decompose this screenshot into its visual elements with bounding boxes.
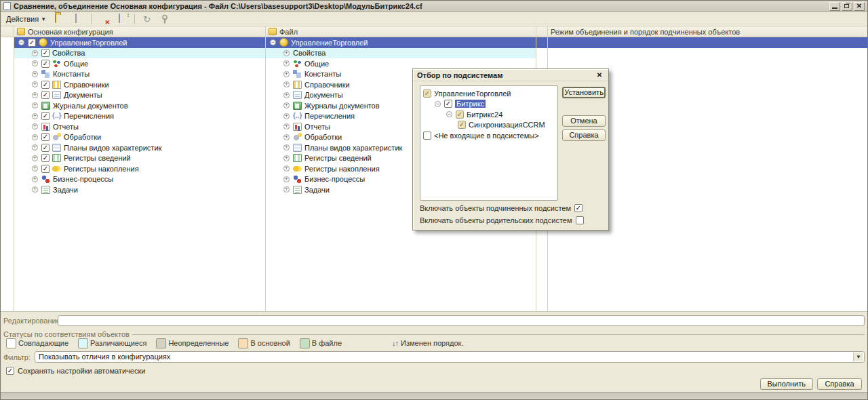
restore-button[interactable]: [842, 2, 852, 11]
match-settings-button[interactable]: ↕: [114, 13, 131, 25]
expand-toggle-icon[interactable]: +: [283, 176, 290, 182]
merge-mode-cell[interactable]: [548, 48, 868, 59]
expand-toggle-icon[interactable]: +: [32, 113, 38, 119]
cancel-button[interactable]: Отмена: [562, 115, 606, 127]
tree-row[interactable]: +✓Регистры накопления: [14, 163, 265, 174]
editing-input[interactable]: [58, 315, 865, 326]
row-checkbox[interactable]: ✓: [28, 39, 36, 47]
expand-toggle-icon[interactable]: +: [32, 144, 38, 151]
subsystem-checkbox[interactable]: ✓: [458, 121, 466, 129]
tree-row[interactable]: +✓{..}Перечисления: [14, 111, 265, 122]
subsystem-tree-row[interactable]: −✓Битрикс: [422, 99, 556, 110]
expand-toggle-icon[interactable]: +: [283, 92, 290, 98]
tree-row[interactable]: +Журналы документов: [14, 100, 265, 111]
expand-toggle-icon[interactable]: +: [32, 165, 38, 172]
filter-combobox[interactable]: Показывать отличия в конфигурациях ▼: [35, 351, 865, 363]
row-checkbox[interactable]: ✓: [41, 91, 50, 99]
row-checkbox[interactable]: ✓: [41, 165, 50, 173]
tree-row[interactable]: −✓УправлениеТорговлей: [14, 37, 265, 48]
expand-toggle-icon[interactable]: +: [32, 102, 38, 108]
dialog-title-bar[interactable]: Отбор по подсистемам ✕: [413, 69, 608, 81]
merge-mode-cell[interactable]: [548, 58, 868, 69]
tree-row[interactable]: +✓Общие: [14, 58, 265, 69]
main-configuration-header[interactable]: Основная конфигурация: [14, 26, 265, 37]
expand-toggle-icon[interactable]: −: [435, 101, 441, 107]
expand-toggle-icon[interactable]: +: [283, 165, 290, 172]
expand-toggle-icon[interactable]: +: [32, 92, 38, 98]
tree-row[interactable]: +Задачи: [14, 184, 265, 195]
subsystem-filter-button[interactable]: ✕: [95, 13, 112, 25]
tree-row[interactable]: +✓Свойства: [14, 48, 265, 59]
expand-toggle-icon[interactable]: +: [32, 134, 38, 140]
open-file-button[interactable]: [52, 13, 68, 25]
subsystem-tree-row[interactable]: −✓Битрикс24: [422, 109, 556, 120]
tools-button[interactable]: [157, 13, 174, 25]
merge-mode-cell[interactable]: [536, 48, 547, 59]
refresh-button[interactable]: ↻: [138, 13, 155, 25]
expand-toggle-icon[interactable]: +: [283, 60, 290, 66]
expand-toggle-icon[interactable]: +: [32, 71, 38, 77]
expand-toggle-icon[interactable]: +: [283, 50, 290, 56]
expand-toggle-icon[interactable]: +: [283, 134, 290, 140]
row-checkbox[interactable]: ✓: [41, 154, 50, 162]
expand-toggle-icon[interactable]: +: [32, 50, 38, 56]
subsystem-tree-row[interactable]: <Не входящие в подсистемы>: [422, 130, 556, 141]
row-checkbox[interactable]: ✓: [41, 112, 50, 120]
expand-toggle-icon[interactable]: +: [32, 155, 38, 161]
actions-menu-button[interactable]: Действия ▼: [3, 13, 50, 25]
help-button[interactable]: Справка: [817, 378, 862, 390]
minimize-button[interactable]: [829, 2, 840, 11]
expand-toggle-icon[interactable]: +: [283, 102, 290, 108]
tree-row[interactable]: +✓Регистры сведений: [14, 153, 265, 164]
tree-row[interactable]: +✓Планы видов характеристик: [14, 142, 265, 153]
expand-toggle-icon[interactable]: +: [283, 186, 290, 193]
expand-toggle-icon[interactable]: +: [32, 81, 38, 87]
include-parent-subsystems-checkbox[interactable]: [576, 216, 584, 224]
expand-toggle-icon[interactable]: +: [283, 81, 290, 87]
expand-toggle-icon[interactable]: +: [32, 176, 38, 182]
subsystem-tree-row[interactable]: ✓УправлениеТорговлей: [422, 88, 556, 99]
subsystem-checkbox[interactable]: ✓: [444, 100, 452, 108]
expand-toggle-icon[interactable]: +: [32, 60, 38, 66]
save-file-button[interactable]: [71, 13, 87, 25]
row-checkbox[interactable]: ✓: [41, 81, 50, 89]
subsystem-checkbox[interactable]: ✓: [456, 111, 464, 119]
tree-row[interactable]: +Отчеты: [14, 121, 265, 132]
expand-toggle-icon[interactable]: +: [32, 186, 38, 193]
row-checkbox[interactable]: ✓: [41, 144, 50, 152]
close-button[interactable]: ✕: [854, 2, 865, 11]
merge-mode-cell[interactable]: [536, 37, 547, 48]
expand-toggle-icon[interactable]: +: [283, 155, 290, 161]
row-checkbox[interactable]: ✓: [41, 49, 50, 57]
combo-dropdown-icon[interactable]: ▼: [853, 353, 863, 361]
tree-row[interactable]: +Бизнес-процессы: [14, 174, 265, 185]
expand-toggle-icon[interactable]: +: [32, 123, 38, 129]
expand-toggle-icon[interactable]: +: [283, 113, 290, 119]
merge-mode-cell[interactable]: [548, 37, 868, 48]
dialog-close-button[interactable]: ✕: [595, 71, 604, 79]
subsystem-checkbox[interactable]: ✓: [423, 89, 431, 98]
autosave-checkbox[interactable]: ✓: [6, 367, 14, 375]
tree-row[interactable]: +Общие: [266, 58, 536, 69]
tree-row[interactable]: +✓Справочники: [14, 79, 265, 90]
tree-row[interactable]: +✓Обработки: [14, 132, 265, 143]
tree-row[interactable]: −УправлениеТорговлей: [266, 37, 536, 48]
row-checkbox[interactable]: ✓: [41, 60, 50, 68]
include-child-subsystems-checkbox[interactable]: ✓: [574, 204, 583, 212]
tree-row[interactable]: +Свойства: [266, 48, 536, 59]
subsystem-tree-row[interactable]: ✓СинхронизацияCCRM: [422, 120, 556, 131]
set-button[interactable]: Установить: [562, 87, 606, 98]
merge-mode-cell[interactable]: [536, 58, 547, 69]
expand-toggle-icon[interactable]: −: [270, 39, 276, 45]
dialog-help-button[interactable]: Справка: [562, 129, 606, 141]
expand-toggle-icon[interactable]: +: [283, 123, 290, 129]
file-header[interactable]: Файл: [266, 26, 536, 37]
subsystem-checkbox[interactable]: [423, 132, 431, 140]
expand-toggle-icon[interactable]: −: [18, 39, 24, 45]
expand-toggle-icon[interactable]: +: [283, 144, 290, 151]
merge-mode-header[interactable]: Режим объединения и порядок подчиненных …: [548, 26, 868, 37]
run-button[interactable]: Выполнить: [760, 378, 813, 390]
row-checkbox[interactable]: ✓: [41, 133, 50, 141]
tree-row[interactable]: +✓Документы: [14, 90, 265, 101]
tree-row[interactable]: +Константы: [14, 69, 265, 80]
